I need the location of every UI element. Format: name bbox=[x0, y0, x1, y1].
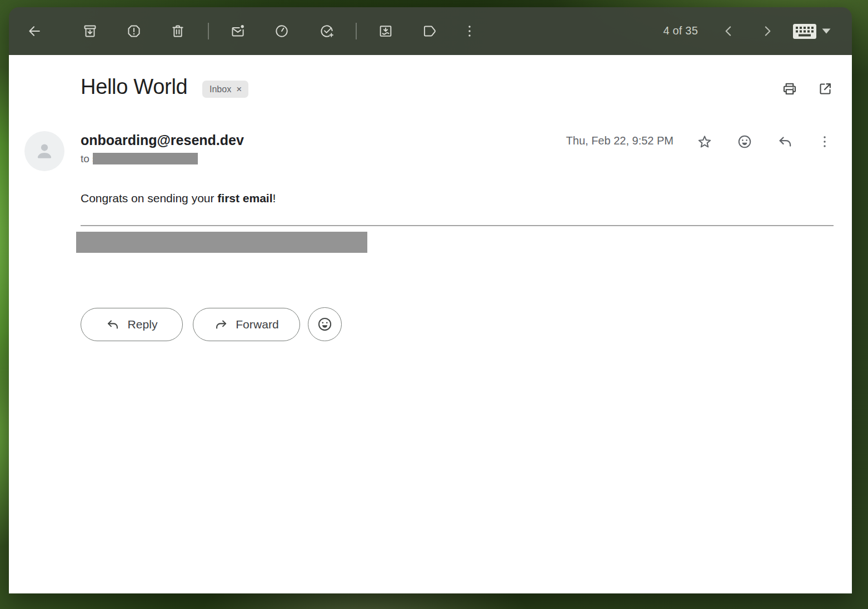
email-body-text: Congrats on sending your first email! bbox=[81, 192, 276, 205]
sender-email: onboarding@resend.dev bbox=[81, 132, 244, 148]
snooze-icon[interactable] bbox=[268, 18, 295, 44]
email-content-pane: Hello World Inbox × bbox=[9, 55, 852, 593]
forward-arrow-icon bbox=[214, 317, 228, 332]
reply-icon[interactable] bbox=[772, 128, 799, 155]
inbox-label-text: Inbox bbox=[209, 84, 231, 94]
message-footer-actions: Reply Forward bbox=[81, 307, 342, 341]
add-to-tasks-icon[interactable] bbox=[313, 18, 340, 44]
reply-button-label: Reply bbox=[127, 318, 157, 331]
toolbar-divider bbox=[356, 23, 357, 39]
star-icon[interactable] bbox=[691, 128, 718, 155]
move-to-icon[interactable] bbox=[372, 18, 399, 44]
archive-icon[interactable] bbox=[77, 18, 103, 44]
remove-label-icon[interactable]: × bbox=[236, 84, 242, 94]
quoted-content-divider bbox=[81, 225, 834, 226]
redacted-content bbox=[76, 232, 367, 253]
reply-button[interactable]: Reply bbox=[81, 308, 183, 341]
desktop-background: 4 of 35 Hello Wo bbox=[0, 0, 868, 609]
older-chevron-right-icon[interactable] bbox=[754, 18, 781, 44]
gmail-window: 4 of 35 Hello Wo bbox=[9, 7, 852, 593]
keyboard-icon bbox=[792, 23, 817, 39]
body-bold-text: first email bbox=[217, 192, 272, 204]
back-arrow-icon[interactable] bbox=[21, 18, 48, 44]
person-icon bbox=[33, 139, 56, 163]
newer-chevron-left-icon[interactable] bbox=[715, 18, 742, 44]
labels-icon[interactable] bbox=[416, 18, 443, 44]
report-spam-icon[interactable] bbox=[121, 18, 147, 44]
mark-as-unread-icon[interactable] bbox=[225, 18, 251, 44]
insert-emoji-button[interactable] bbox=[308, 307, 342, 341]
forward-button-label: Forward bbox=[236, 318, 279, 331]
open-in-new-icon[interactable] bbox=[812, 76, 839, 102]
emoji-reaction-icon[interactable] bbox=[731, 128, 758, 155]
forward-button[interactable]: Forward bbox=[193, 308, 300, 341]
redacted-recipient bbox=[93, 153, 198, 164]
pagination-counter: 4 of 35 bbox=[663, 24, 698, 37]
recipient-line: to s bbox=[81, 153, 198, 165]
message-more-options-icon[interactable] bbox=[811, 128, 838, 155]
email-subject: Hello World bbox=[81, 75, 187, 99]
print-icon[interactable] bbox=[776, 76, 803, 102]
toolbar-divider bbox=[208, 23, 209, 39]
inbox-label-chip: Inbox × bbox=[202, 81, 248, 98]
caret-down-icon bbox=[821, 27, 832, 35]
email-toolbar: 4 of 35 bbox=[9, 7, 852, 55]
smiley-icon bbox=[316, 316, 333, 333]
delete-icon[interactable] bbox=[164, 18, 191, 44]
input-tools-button[interactable] bbox=[788, 18, 836, 44]
more-options-icon[interactable] bbox=[456, 18, 483, 44]
message-date: Thu, Feb 22, 9:52 PM bbox=[566, 134, 674, 147]
reply-arrow-icon bbox=[106, 317, 120, 332]
sender-avatar bbox=[24, 131, 64, 171]
